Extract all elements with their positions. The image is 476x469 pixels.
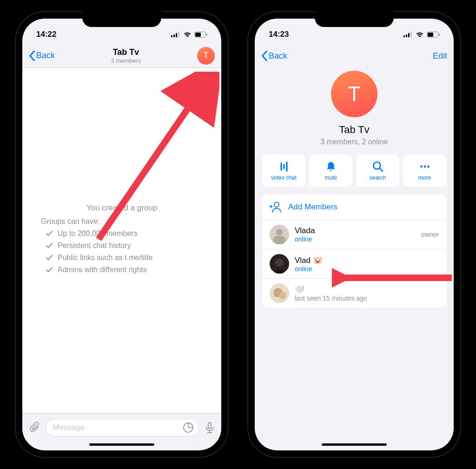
svg-rect-10 bbox=[403, 35, 405, 37]
back-label: Back bbox=[36, 51, 55, 60]
group-created-title: You created a group bbox=[86, 203, 158, 213]
action-row: video chat mute search more bbox=[262, 154, 446, 187]
svg-point-35 bbox=[279, 292, 286, 299]
member-name: Vlad 🐷 bbox=[295, 255, 433, 265]
svg-rect-5 bbox=[195, 33, 201, 37]
svg-point-29 bbox=[276, 229, 283, 235]
svg-point-23 bbox=[423, 166, 426, 168]
back-button[interactable]: Back bbox=[261, 51, 287, 61]
home-indicator[interactable] bbox=[322, 443, 387, 446]
feature-item: Persistent chat history bbox=[41, 241, 131, 250]
notch bbox=[315, 11, 394, 27]
member-avatar bbox=[270, 254, 289, 274]
profile-header: T Tab Tv 3 members, 2 online bbox=[262, 68, 446, 154]
add-members-button[interactable]: Add Members bbox=[262, 194, 446, 220]
chevron-left-icon bbox=[29, 51, 35, 61]
add-members-label: Add Members bbox=[288, 202, 337, 212]
paperclip-icon bbox=[29, 422, 41, 434]
sticker-icon bbox=[183, 422, 194, 433]
svg-rect-2 bbox=[176, 33, 177, 37]
video-chat-button[interactable]: video chat bbox=[262, 154, 305, 187]
svg-rect-19 bbox=[286, 161, 287, 172]
svg-rect-17 bbox=[280, 162, 282, 170]
message-input[interactable]: Message bbox=[46, 419, 199, 436]
notch bbox=[82, 11, 161, 27]
message-placeholder: Message bbox=[53, 423, 85, 432]
member-name: 🤍 bbox=[295, 285, 433, 295]
search-button[interactable]: search bbox=[356, 154, 399, 187]
member-name: Vlada bbox=[295, 226, 416, 235]
member-row[interactable]: Vlada online owner bbox=[262, 220, 446, 249]
member-role: owner bbox=[421, 231, 439, 238]
svg-rect-18 bbox=[283, 164, 284, 169]
phone-left: 14:22 Back Tab Tv 3 members T You create… bbox=[15, 11, 229, 458]
group-name: Tab Tv bbox=[262, 124, 446, 136]
attach-button[interactable] bbox=[29, 422, 41, 434]
feature-item: Admins with different rights bbox=[41, 266, 147, 274]
home-indicator[interactable] bbox=[89, 443, 154, 446]
more-icon bbox=[419, 161, 431, 173]
status-time: 14:22 bbox=[36, 30, 56, 39]
member-row[interactable]: 🤍 last seen 15 minutes ago bbox=[262, 279, 446, 308]
member-avatar bbox=[270, 225, 289, 244]
svg-point-22 bbox=[420, 166, 423, 168]
svg-rect-6 bbox=[206, 34, 207, 36]
feature-item: Public links such as t.me/title bbox=[41, 254, 153, 262]
mic-icon bbox=[204, 422, 216, 434]
svg-rect-13 bbox=[410, 32, 412, 37]
check-icon bbox=[46, 230, 53, 237]
svg-rect-15 bbox=[428, 33, 433, 37]
member-status: online bbox=[295, 265, 433, 273]
mute-button[interactable]: mute bbox=[309, 154, 352, 187]
chat-title-block[interactable]: Tab Tv 3 members bbox=[55, 47, 197, 64]
video-chat-icon bbox=[278, 161, 290, 173]
edit-button[interactable]: Edit bbox=[433, 51, 447, 61]
svg-rect-3 bbox=[178, 32, 179, 37]
members-card: Add Members Vlada online owner bbox=[262, 194, 446, 308]
member-status: online bbox=[295, 235, 416, 243]
svg-point-24 bbox=[427, 166, 430, 168]
chat-subtitle: 3 members bbox=[55, 57, 197, 64]
status-time: 14:23 bbox=[269, 30, 289, 39]
mic-button[interactable] bbox=[204, 422, 216, 434]
phone-right: 14:23 Back Edit T Tab Tv 3 members, 2 on… bbox=[247, 11, 461, 458]
avatar-letter: T bbox=[204, 51, 209, 60]
battery-icon bbox=[427, 32, 440, 38]
wifi-icon bbox=[416, 32, 424, 37]
cellular-icon bbox=[403, 32, 413, 37]
chat-navbar: Back Tab Tv 3 members T bbox=[22, 44, 221, 68]
battery-icon bbox=[194, 32, 207, 38]
bell-icon bbox=[325, 161, 337, 173]
check-icon bbox=[46, 254, 53, 261]
back-label: Back bbox=[269, 51, 287, 61]
svg-point-32 bbox=[275, 258, 284, 267]
back-button[interactable]: Back bbox=[29, 51, 55, 61]
profile-navbar: Back Edit bbox=[255, 44, 454, 68]
search-icon bbox=[372, 161, 384, 173]
compose-bar: Message bbox=[22, 413, 221, 441]
more-button[interactable]: more bbox=[403, 154, 446, 187]
svg-line-21 bbox=[379, 168, 382, 171]
member-status: last seen 15 minutes ago bbox=[295, 295, 433, 302]
group-subtitle: 3 members, 2 online bbox=[262, 138, 446, 146]
group-avatar[interactable]: T bbox=[331, 71, 377, 117]
sticker-button[interactable] bbox=[183, 422, 194, 433]
add-member-icon bbox=[270, 201, 282, 213]
wifi-icon bbox=[183, 32, 192, 37]
svg-rect-8 bbox=[208, 422, 212, 429]
avatar-letter: T bbox=[348, 82, 361, 106]
check-icon bbox=[46, 242, 53, 249]
svg-rect-11 bbox=[406, 34, 407, 37]
svg-rect-1 bbox=[173, 34, 175, 37]
group-features-heading: Groups can have: bbox=[41, 217, 99, 226]
svg-rect-12 bbox=[408, 33, 410, 37]
chat-title: Tab Tv bbox=[55, 47, 197, 57]
cellular-icon bbox=[171, 32, 180, 37]
svg-rect-30 bbox=[273, 236, 285, 244]
chevron-left-icon bbox=[261, 51, 268, 61]
member-avatar bbox=[270, 283, 289, 303]
check-icon bbox=[46, 266, 53, 274]
member-row[interactable]: Vlad 🐷 online bbox=[262, 249, 446, 279]
svg-point-25 bbox=[274, 202, 279, 207]
chat-avatar[interactable]: T bbox=[197, 47, 215, 65]
